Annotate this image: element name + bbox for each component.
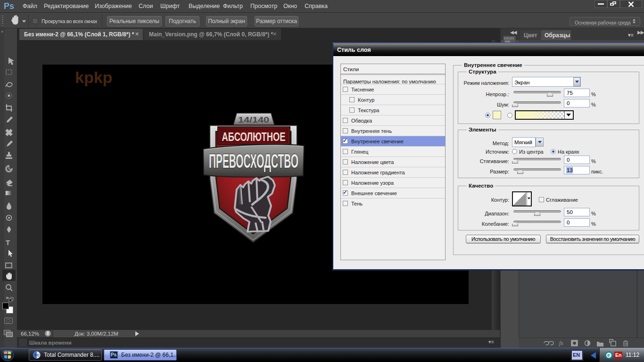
svg-text:e: e — [607, 353, 610, 358]
svg-text:АБСОЛЮТНОЕ: АБСОЛЮТНОЕ — [222, 130, 286, 144]
svg-text:TC: TC — [34, 353, 40, 357]
svg-text:fx: fx — [559, 340, 563, 346]
svg-text:ПРЕВОСХОДСТВО: ПРЕВОСХОДСТВО — [209, 149, 298, 172]
svg-text:T: T — [6, 239, 10, 247]
svg-text:14/140: 14/140 — [238, 115, 269, 124]
